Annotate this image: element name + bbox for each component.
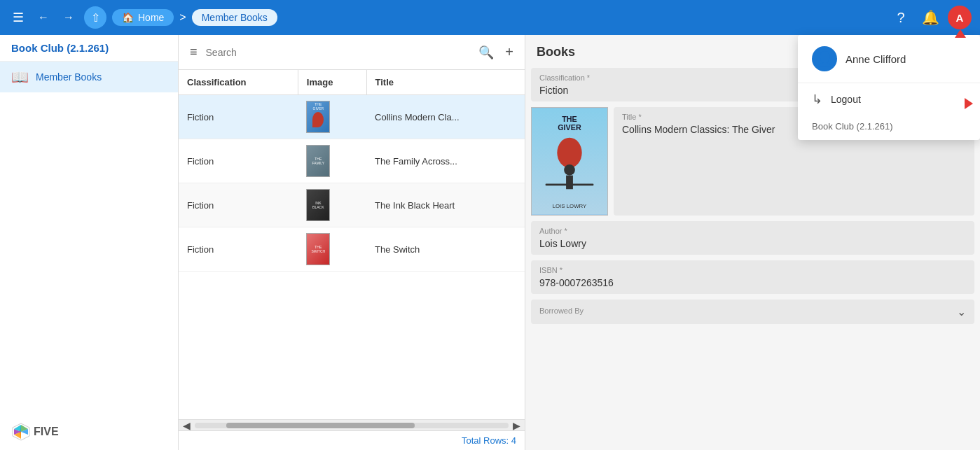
scroll-right-button[interactable]: ▶: [511, 421, 522, 430]
add-record-button[interactable]: +: [502, 41, 516, 63]
total-rows-label: Total Rows: 4: [462, 435, 516, 446]
table-row[interactable]: Fiction THESWITCH The Switch: [179, 227, 525, 272]
notifications-button[interactable]: 🔔: [918, 6, 942, 29]
table-row[interactable]: Fiction THEGIVER Collins Modern Cla...: [179, 95, 525, 139]
filter-button[interactable]: ≡: [187, 42, 200, 62]
five-logo-icon: [11, 422, 31, 442]
member-books-breadcrumb-button[interactable]: Member Books: [192, 9, 277, 26]
five-logo-text: FIVE: [34, 426, 59, 438]
borrowed-by-field[interactable]: Borrowed By ⌄: [531, 300, 974, 324]
red-arrow-indicator: [955, 29, 966, 38]
hamburger-menu-button[interactable]: ☰: [8, 7, 28, 28]
svg-rect-14: [566, 176, 573, 190]
book-cover-3: INKBLACK: [306, 189, 330, 221]
table-footer: Total Rows: 4: [179, 430, 525, 450]
dropdown-avatar: 👤: [812, 46, 837, 71]
book-cover-2: THEFAMILY: [306, 145, 330, 177]
table-container: Classification Image Title Fiction THEGI…: [179, 70, 525, 419]
author-field: Author * Lois Lowry: [531, 221, 974, 255]
cell-image: THEFAMILY: [298, 139, 366, 183]
table-area: ≡ 🔍 + Classification Image Title Ficti: [179, 35, 525, 450]
logout-icon: ↳: [812, 92, 822, 107]
cell-title: Collins Modern Cla...: [366, 95, 525, 139]
cell-title: The Switch: [366, 227, 525, 272]
col-title: Title: [366, 70, 525, 95]
svg-text:GIVER: GIVER: [558, 123, 581, 132]
cell-image: THEGIVER: [298, 95, 366, 139]
table-row[interactable]: Fiction INKBLACK The Ink Black Heart: [179, 183, 525, 227]
search-input[interactable]: [206, 47, 471, 58]
user-dropdown: 👤 Anne Clifford ↳ Logout Book Club (2.1.…: [798, 35, 980, 140]
navbar: ☰ ← → ⇧ 🏠 Home > Member Books ? 🔔 A: [0, 0, 980, 35]
sidebar-item-member-books[interactable]: 📖 Member Books: [0, 62, 178, 92]
dropdown-version: Book Club (2.1.261): [798, 115, 980, 140]
scrollbar-track[interactable]: [195, 423, 509, 428]
isbn-field: ISBN * 978-0007263516: [531, 260, 974, 294]
scrollbar-thumb[interactable]: [226, 423, 415, 428]
book-cover-1: THEGIVER: [306, 101, 330, 133]
chevron-down-icon: ⌄: [957, 305, 966, 318]
isbn-value: 978-0007263516: [539, 277, 966, 288]
isbn-label: ISBN *: [539, 266, 966, 274]
book-detail-image: THE GIVER LOIS LOWRY: [531, 107, 608, 216]
red-arrow-logout-indicator: [965, 98, 973, 109]
borrowed-by-label: Borrowed By: [539, 307, 584, 315]
col-classification: Classification: [179, 70, 298, 95]
help-button[interactable]: ?: [889, 6, 913, 29]
book-icon: 📖: [11, 69, 29, 85]
cell-image: INKBLACK: [298, 183, 366, 227]
cell-classification: Fiction: [179, 227, 298, 272]
home-button[interactable]: 🏠 Home: [112, 9, 174, 26]
svg-text:LOIS LOWRY: LOIS LOWRY: [553, 203, 587, 209]
navbar-right: ? 🔔 A: [889, 6, 972, 29]
book-cover-4: THESWITCH: [306, 233, 330, 265]
svg-point-13: [564, 164, 575, 176]
table-toolbar: ≡ 🔍 +: [179, 35, 525, 70]
user-avatar-button[interactable]: A: [948, 6, 972, 29]
forward-button[interactable]: →: [59, 8, 78, 27]
table-row[interactable]: Fiction THEFAMILY The Family Across...: [179, 139, 525, 183]
cell-title: The Family Across...: [366, 139, 525, 183]
back-button[interactable]: ←: [34, 8, 53, 27]
dropdown-user-row: 👤 Anne Clifford: [798, 35, 980, 83]
horizontal-scrollbar: ◀ ▶: [179, 419, 525, 430]
author-value: Lois Lowry: [539, 238, 966, 249]
col-image: Image: [298, 70, 366, 95]
dropdown-user-name: Anne Clifford: [846, 53, 906, 65]
sidebar: Book Club (2.1.261) 📖 Member Books FIVE: [0, 35, 179, 450]
avatar-icon: 👤: [816, 50, 834, 67]
sidebar-footer: FIVE: [0, 414, 178, 450]
cell-classification: Fiction: [179, 95, 298, 139]
scroll-left-button[interactable]: ◀: [181, 421, 192, 430]
giver-book-svg: THE GIVER LOIS LOWRY: [532, 107, 607, 216]
cell-classification: Fiction: [179, 139, 298, 183]
svg-point-9: [557, 138, 581, 168]
upload-button[interactable]: ⇧: [84, 6, 106, 29]
svg-text:THE: THE: [562, 115, 577, 123]
five-logo: FIVE: [11, 422, 59, 442]
cell-image: THESWITCH: [298, 227, 366, 272]
cell-classification: Fiction: [179, 183, 298, 227]
home-icon: 🏠: [122, 12, 134, 23]
logout-label: Logout: [831, 94, 861, 105]
search-button[interactable]: 🔍: [476, 42, 497, 63]
books-table: Classification Image Title Fiction THEGI…: [179, 70, 525, 272]
logout-button[interactable]: ↳ Logout: [798, 83, 980, 115]
cell-title: The Ink Black Heart: [366, 183, 525, 227]
table-header-row: Classification Image Title: [179, 70, 525, 95]
author-label: Author *: [539, 227, 966, 235]
breadcrumb-separator: >: [179, 11, 186, 24]
app-title: Book Club (2.1.261): [0, 35, 178, 62]
